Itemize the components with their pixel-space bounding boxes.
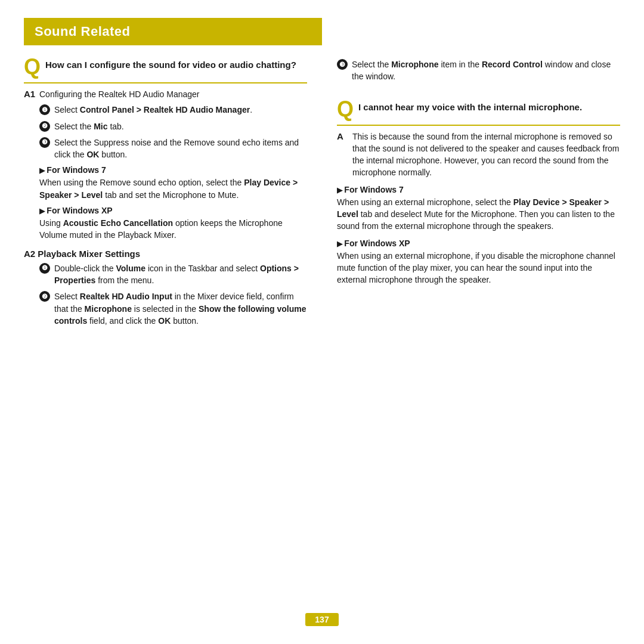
step2-text: Select the Mic tab.: [54, 120, 124, 132]
a1-label: A1: [24, 89, 39, 99]
win7-body-left: When using the Remove sound echo option,…: [39, 177, 307, 201]
a2-label: A: [337, 131, 352, 141]
step3-num: ❸: [39, 137, 50, 148]
q2-block: Q I cannot hear my voice with the intern…: [337, 101, 620, 126]
step1: ❶ Select Control Panel > Realtek HD Audi…: [39, 104, 307, 116]
right-column: ❸ Select the Microphone item in the Reco…: [331, 58, 620, 607]
right-step3-text: Select the Microphone item in the Record…: [352, 58, 620, 83]
winxp-title-left: For Windows XP: [39, 206, 307, 215]
q2-text: I cannot hear my voice with the internal…: [358, 101, 582, 113]
a1-block: A1 Configuring the Realtek HD Audio Mana…: [24, 88, 307, 100]
win7-body-right: When using an external microphone, selec…: [337, 196, 620, 233]
page-number: 137: [305, 613, 338, 626]
header-title: Sound Related: [35, 24, 131, 39]
header-bar: Sound Related: [24, 18, 322, 45]
right-step3-num: ❸: [337, 59, 348, 70]
win7-section-left: For Windows 7 When using the Remove soun…: [39, 165, 307, 201]
page: Sound Related Q How can I configure the …: [0, 0, 644, 644]
a2-block: A This is because the sound from the int…: [337, 131, 620, 179]
right-step3: ❸ Select the Microphone item in the Reco…: [337, 58, 620, 83]
a2-heading: A2 Playback Mixer Settings: [24, 249, 307, 259]
step2: ❷ Select the Mic tab.: [39, 120, 307, 132]
win7-section-right: For Windows 7 When using an external mic…: [337, 185, 620, 233]
a2-step2-text: Select Realtek HD Audio Input in the Mix…: [54, 290, 307, 327]
a2-step1-text: Double-click the Volume icon in the Task…: [54, 262, 307, 287]
a2-step2-num: ❷: [39, 291, 50, 302]
a1-text: Configuring the Realtek HD Audio Manager: [39, 88, 200, 100]
a2-step1: ❶ Double-click the Volume icon in the Ta…: [39, 262, 307, 287]
q1-text: How can I configure the sound for video …: [45, 58, 296, 71]
step3: ❸ Select the Suppress noise and the Remo…: [39, 137, 307, 161]
q1-block: Q How can I configure the sound for vide…: [24, 58, 307, 83]
winxp-section-left: For Windows XP Using Acoustic Echo Cance…: [39, 206, 307, 242]
content-columns: Q How can I configure the sound for vide…: [24, 58, 620, 607]
q2-letter: Q: [337, 98, 354, 120]
page-number-wrap: 137: [24, 613, 620, 626]
winxp-section-right: For Windows XP When using an external mi…: [337, 239, 620, 286]
a2-text: This is because the sound from the inter…: [352, 131, 620, 179]
step2-num: ❷: [39, 121, 50, 132]
winxp-body-right: When using an external microphone, if yo…: [337, 250, 620, 286]
winxp-body-left: Using Acoustic Echo Cancellation option …: [39, 217, 307, 242]
win7-title-right: For Windows 7: [337, 185, 620, 194]
winxp-title-right: For Windows XP: [337, 239, 620, 248]
step1-text: Select Control Panel > Realtek HD Audio …: [54, 104, 252, 116]
step3-text: Select the Suppress noise and the Remove…: [54, 137, 307, 161]
a2-step1-num: ❶: [39, 263, 50, 274]
q1-letter: Q: [24, 56, 41, 78]
a2-step2: ❷ Select Realtek HD Audio Input in the M…: [39, 290, 307, 327]
left-column: Q How can I configure the sound for vide…: [24, 58, 313, 607]
win7-title-left: For Windows 7: [39, 165, 307, 175]
step1-num: ❶: [39, 104, 50, 115]
